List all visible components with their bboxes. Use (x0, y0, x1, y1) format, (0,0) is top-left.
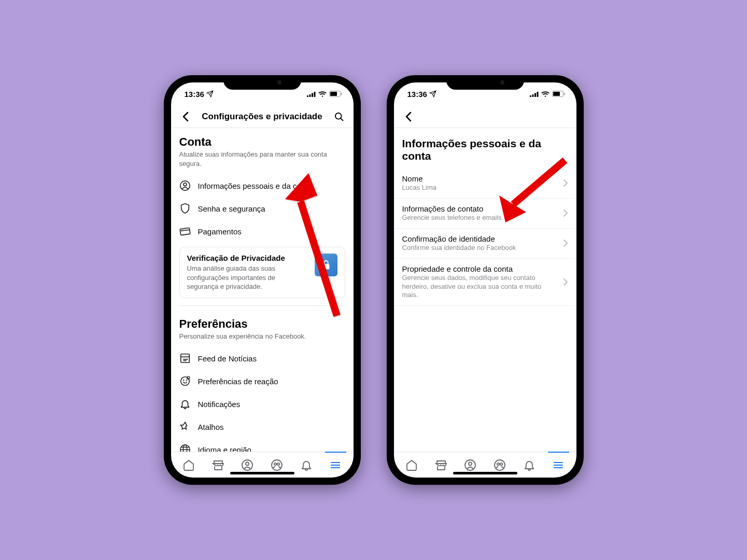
tab-home[interactable] (397, 452, 427, 478)
location-arrow-icon (206, 90, 214, 97)
row-personal-info-label: Informações pessoais e da conta (198, 181, 312, 190)
svg-rect-2 (312, 93, 313, 97)
row-identity-confirmation[interactable]: Confirmação de identidade Confirme sua i… (394, 229, 576, 259)
tab-notifications[interactable] (291, 452, 321, 478)
status-time: 13:36 (185, 90, 204, 99)
row-account-control-title: Propriedade e controle da conta (402, 264, 558, 273)
back-button[interactable] (178, 111, 193, 122)
cellular-signal-icon (307, 91, 316, 97)
row-payments[interactable]: Pagamentos (171, 220, 354, 243)
reaction-icon (179, 375, 191, 387)
svg-point-20 (186, 380, 187, 381)
row-name[interactable]: Nome Lucas Lima (394, 169, 576, 199)
svg-line-12 (180, 230, 189, 231)
store-icon (212, 459, 224, 471)
chevron-left-icon (405, 111, 412, 122)
battery-icon (329, 91, 342, 97)
row-personal-info[interactable]: Informações pessoais e da conta (171, 174, 354, 197)
tab-marketplace[interactable] (426, 452, 456, 478)
iphone-notch (446, 75, 524, 90)
back-button[interactable] (401, 111, 416, 122)
tab-menu[interactable] (544, 452, 573, 478)
privacy-card-subtitle: Uma análise guiada das suas configuraçõe… (187, 264, 308, 291)
bell-icon (179, 398, 191, 410)
svg-rect-13 (322, 264, 329, 269)
svg-rect-3 (314, 92, 315, 97)
section-preferences: Preferências Personalize sua experiência… (171, 310, 354, 347)
row-reaction-prefs-label: Preferências de reação (198, 377, 278, 386)
search-button[interactable] (332, 111, 346, 122)
svg-point-30 (274, 463, 276, 465)
section-divider (179, 305, 345, 306)
chevron-left-icon (182, 111, 189, 122)
row-reaction-prefs[interactable]: Preferências de reação (171, 370, 354, 393)
row-payments-label: Pagamentos (198, 227, 242, 236)
section-account-title: Conta (179, 135, 345, 149)
svg-point-22 (180, 445, 189, 452)
nav-header: . (394, 105, 576, 128)
svg-point-10 (184, 183, 187, 186)
globe-icon (179, 444, 191, 452)
row-notifications[interactable]: Notificações (171, 393, 354, 415)
screen-left: 13:36 Configurações e privacidade Conta (171, 82, 354, 478)
content-scroll[interactable]: Conta Atualize suas informações para man… (171, 128, 354, 452)
row-identity-title: Confirmação de identidade (402, 234, 558, 243)
row-language-region[interactable]: Idioma e região (171, 438, 354, 452)
svg-point-47 (497, 463, 499, 465)
shield-icon (179, 203, 191, 214)
row-language-region-label: Idioma e região (198, 445, 251, 452)
svg-rect-39 (534, 93, 536, 97)
groups-icon (494, 459, 506, 471)
row-contact-info-subtitle: Gerencie seus telefones e emails (402, 214, 558, 222)
home-icon (405, 459, 418, 471)
home-icon (182, 459, 195, 471)
svg-rect-6 (341, 93, 342, 95)
wifi-icon (318, 91, 327, 97)
tab-notifications[interactable] (514, 452, 544, 478)
status-time: 13:36 (407, 90, 427, 99)
row-password-security-label: Senha e segurança (198, 204, 265, 213)
svg-point-19 (183, 380, 184, 381)
svg-rect-0 (307, 95, 308, 97)
row-shortcuts[interactable]: Atalhos (171, 415, 354, 438)
page-header-title: Configurações e privacidade (193, 111, 332, 122)
store-icon (435, 459, 447, 471)
bell-tab-icon (300, 459, 313, 471)
person-circle-icon (179, 180, 191, 191)
section-prefs-subtitle: Personalize sua experiência no Facebook. (179, 332, 345, 341)
groups-icon (271, 459, 283, 471)
row-name-title: Nome (402, 174, 558, 183)
row-news-feed[interactable]: Feed de Notícias (171, 347, 354, 370)
chevron-right-icon (563, 239, 568, 247)
svg-point-46 (495, 460, 505, 470)
screen-right: 13:36 . Informações pessoais e da conta … (394, 82, 576, 478)
svg-rect-1 (309, 94, 311, 97)
phone-mockup-right: 13:36 . Informações pessoais e da conta … (387, 75, 584, 485)
row-contact-info-title: Informações de contato (402, 204, 558, 213)
section-account-subtitle: Atualize suas informações para manter su… (179, 150, 345, 168)
section-prefs-title: Preferências (179, 317, 345, 331)
home-indicator[interactable] (230, 472, 294, 474)
content-scroll[interactable]: Informações pessoais e da conta Nome Luc… (394, 128, 576, 452)
hamburger-icon (329, 459, 342, 471)
row-password-security[interactable]: Senha e segurança (171, 197, 354, 220)
tab-home[interactable] (174, 452, 204, 478)
home-indicator[interactable] (453, 472, 517, 474)
row-identity-subtitle: Confirme sua identidade no Facebook (402, 244, 558, 253)
cellular-signal-icon (530, 91, 539, 97)
svg-rect-38 (532, 94, 533, 97)
row-account-control[interactable]: Propriedade e controle da conta Gerencie… (394, 259, 576, 306)
privacy-check-card[interactable]: Verificação de Privacidade Uma análise g… (179, 247, 345, 298)
feed-icon (179, 353, 191, 364)
svg-point-48 (500, 463, 502, 465)
tab-marketplace[interactable] (203, 452, 233, 478)
profile-icon (464, 459, 476, 471)
tab-menu[interactable] (321, 452, 350, 478)
hamburger-icon (552, 459, 565, 471)
search-icon (334, 111, 344, 122)
profile-icon (241, 459, 253, 471)
row-contact-info[interactable]: Informações de contato Gerencie seus tel… (394, 199, 576, 229)
iphone-notch (223, 75, 301, 90)
svg-line-8 (341, 118, 343, 120)
nav-header: Configurações e privacidade (171, 105, 354, 128)
